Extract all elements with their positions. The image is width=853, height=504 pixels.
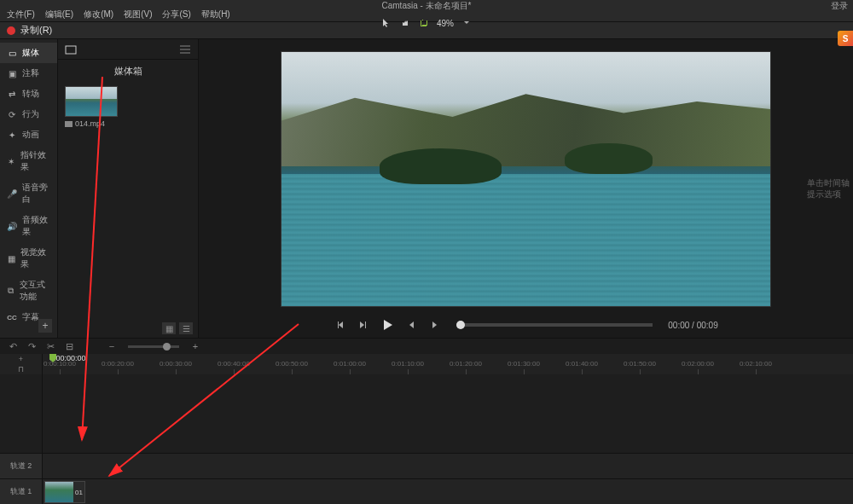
- menu-edit[interactable]: 编辑(E): [42, 7, 77, 22]
- ruler-label: 0:00:30:00: [160, 360, 192, 368]
- ruler-label: 0:01:00:00: [334, 360, 366, 368]
- tool-transition[interactable]: ⇄转场: [0, 84, 57, 104]
- video-file-icon: [65, 120, 73, 128]
- crop-tool-icon[interactable]: [418, 17, 430, 29]
- audio-icon: 🔊: [7, 221, 17, 231]
- track-2[interactable]: 轨道 2: [0, 453, 853, 478]
- frame-forward-button[interactable]: [427, 318, 441, 332]
- tool-animation[interactable]: ✦动画: [0, 125, 57, 145]
- timeline-zoom-slider[interactable]: [128, 345, 179, 348]
- scrubber-handle[interactable]: [456, 321, 465, 329]
- undo-button[interactable]: ↶: [7, 340, 19, 352]
- menu-share[interactable]: 分享(S): [159, 7, 194, 22]
- ruler-label: 0:02:10:00: [740, 360, 772, 368]
- ruler-label: 0:00:10:00: [44, 360, 76, 368]
- add-tool-button[interactable]: +: [38, 319, 52, 333]
- zoom-out-button[interactable]: −: [106, 340, 118, 352]
- media-clip-thumbnail: [65, 86, 118, 117]
- frame-back-button[interactable]: [405, 318, 419, 332]
- track-1[interactable]: 轨道 1 01: [0, 478, 853, 504]
- play-button[interactable]: [378, 316, 397, 334]
- behav-icon: ⟳: [7, 109, 17, 119]
- ruler-tick: [118, 369, 119, 374]
- zoom-level[interactable]: 49%: [437, 19, 454, 28]
- redo-button[interactable]: ↷: [26, 340, 38, 352]
- app-title: Camtasia - 未命名项目*: [381, 0, 471, 12]
- track-2-content[interactable]: [43, 454, 853, 478]
- timeline-ruler[interactable]: 0:00:00:00 0:00:10:000:00:20:000:00:30:0…: [43, 354, 853, 374]
- media-list-view-icon[interactable]: ☰: [179, 322, 193, 334]
- media-view-switcher: ▦ ☰: [162, 322, 193, 334]
- zoom-in-button[interactable]: +: [189, 340, 201, 352]
- split-button[interactable]: ⊟: [63, 340, 75, 352]
- svg-rect-0: [66, 46, 76, 54]
- annot-icon: ▣: [7, 68, 17, 78]
- tool-visual-effects[interactable]: ▦视觉效果: [0, 242, 57, 275]
- login-link[interactable]: 登录: [831, 0, 848, 12]
- ruler-tick: [350, 369, 351, 374]
- preview-toolbar: 49%: [380, 17, 473, 29]
- tool-annotation[interactable]: ▣注释: [0, 63, 57, 84]
- playback-scrubber[interactable]: [456, 323, 653, 327]
- cut-button[interactable]: ✂: [44, 340, 56, 352]
- ruler-label: 0:00:50:00: [276, 360, 308, 368]
- ruler-label: 0:01:40:00: [566, 360, 598, 368]
- ruler-label: 0:00:20:00: [102, 360, 134, 368]
- ruler-tick: [292, 369, 293, 374]
- ruler-tick: [698, 369, 699, 374]
- clip-thumbnail: [45, 482, 73, 502]
- main-area: ▭媒体 ▣注释 ⇄转场 ⟳行为 ✦动画 ✶指针效果 🎤语音旁白 🔊音频效果 ▦视…: [0, 39, 853, 338]
- media-tabs: [58, 39, 198, 60]
- tool-cursor-effects[interactable]: ✶指针效果: [0, 145, 57, 177]
- preview-canvas[interactable]: [281, 51, 771, 307]
- interact-icon: ⧉: [7, 286, 15, 296]
- media-panel: 媒体箱 014.mp4 ▦ ☰: [58, 39, 199, 338]
- timeline-toolbar: ↶ ↷ ✂ ⊟ − +: [0, 339, 853, 354]
- add-track-icon[interactable]: +: [19, 355, 23, 363]
- timeline-tracks: 轨道 2 轨道 1 01: [0, 374, 853, 504]
- timeline-clip[interactable]: 01: [44, 481, 85, 503]
- cursor-tool-icon[interactable]: [380, 17, 392, 29]
- title-bar: Camtasia - 未命名项目* 登录: [0, 0, 853, 7]
- track-2-label[interactable]: 轨道 2: [0, 454, 43, 478]
- record-button[interactable]: 录制(R): [20, 24, 52, 37]
- tool-interactive[interactable]: ⧉交互式功能: [0, 275, 57, 307]
- playback-time: 00:00 / 00:09: [668, 321, 717, 330]
- step-back-button[interactable]: [356, 318, 369, 332]
- menu-view[interactable]: 视图(V): [120, 7, 155, 22]
- tool-media[interactable]: ▭媒体: [0, 43, 57, 63]
- ruler-label: 0:01:50:00: [624, 360, 656, 368]
- ruler-tick: [176, 369, 177, 374]
- media-clip-label: 014.mp4: [65, 119, 118, 128]
- timeline-header-left: + ⊓: [0, 354, 43, 374]
- ruler-label: 0:00:40:00: [218, 360, 250, 368]
- ruler-tick: [408, 369, 409, 374]
- magnet-icon[interactable]: ⊓: [18, 365, 24, 374]
- menu-help[interactable]: 帮助(H): [198, 7, 234, 22]
- media-clip[interactable]: 014.mp4: [65, 86, 118, 128]
- cursor-fx-icon: ✶: [7, 156, 15, 166]
- media-bin-tab-icon[interactable]: [65, 44, 77, 55]
- left-toolbar: ▭媒体 ▣注释 ⇄转场 ⟳行为 ✦动画 ✶指针效果 🎤语音旁白 🔊音频效果 ▦视…: [0, 39, 58, 338]
- tool-voice[interactable]: 🎤语音旁白: [0, 177, 57, 210]
- sogou-ime-badge[interactable]: S: [838, 31, 853, 46]
- menu-file[interactable]: 文件(F): [3, 7, 38, 22]
- clip-label: 01: [73, 489, 84, 496]
- media-list-tab-icon[interactable]: [179, 44, 191, 55]
- ruler-tick: [524, 369, 525, 374]
- menu-modify[interactable]: 修改(M): [80, 7, 117, 22]
- ruler-tick: [582, 369, 583, 374]
- track-1-content[interactable]: 01: [43, 479, 853, 504]
- prev-frame-button[interactable]: [334, 318, 347, 332]
- zoom-handle[interactable]: [163, 343, 171, 350]
- timeline-empty-space[interactable]: [0, 374, 853, 453]
- timeline-area: ↶ ↷ ✂ ⊟ − + + ⊓ 0:00:00:00 0:00:10:000:0…: [0, 338, 853, 504]
- tool-behavior[interactable]: ⟳行为: [0, 104, 57, 125]
- tool-audio-effects[interactable]: 🔊音频效果: [0, 210, 57, 242]
- zoom-dropdown-icon[interactable]: [461, 17, 473, 29]
- voice-icon: 🎤: [7, 188, 17, 199]
- track-1-label[interactable]: 轨道 1: [0, 479, 43, 504]
- media-grid-view-icon[interactable]: ▦: [162, 322, 176, 334]
- ruler-label: 0:01:30:00: [508, 360, 540, 368]
- hand-tool-icon[interactable]: [399, 17, 411, 29]
